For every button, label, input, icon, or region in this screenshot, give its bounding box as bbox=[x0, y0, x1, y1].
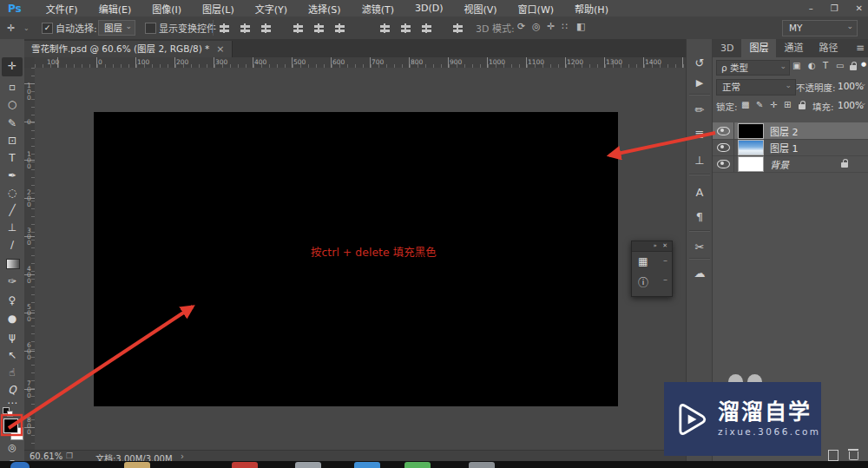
quick-mask-icon[interactable]: ◎ bbox=[0, 442, 24, 454]
layer-name[interactable]: 图层 1 bbox=[770, 141, 799, 155]
taskbar-start-icon[interactable] bbox=[10, 462, 30, 468]
restore-button[interactable]: ❐ bbox=[831, 3, 838, 13]
show-transform-checkbox[interactable] bbox=[145, 23, 156, 34]
menu-file[interactable]: 文件(F) bbox=[36, 2, 89, 16]
taskbar-app-icon[interactable] bbox=[469, 462, 495, 468]
workspace-switcher[interactable]: MY bbox=[782, 20, 858, 36]
filter-toggle-icon[interactable]: ● bbox=[861, 61, 866, 68]
tab-layers[interactable]: 图层 bbox=[741, 39, 776, 57]
layer-name[interactable]: 背景 bbox=[770, 157, 789, 171]
layer-thumbnail[interactable] bbox=[738, 140, 764, 155]
close-icon[interactable]: ✕ bbox=[662, 242, 669, 249]
brush-presets-panel-icon[interactable]: ✏ bbox=[687, 103, 713, 116]
menu-type[interactable]: 文字(Y) bbox=[245, 2, 298, 16]
lock-artboard-icon[interactable]: ⊞ bbox=[784, 100, 791, 109]
lasso-tool-icon[interactable]: ○ bbox=[0, 98, 24, 110]
filter-pixel-layers-icon[interactable]: ▣ bbox=[792, 61, 800, 70]
dodge-tool-icon[interactable]: ♀ bbox=[0, 294, 24, 307]
tab-channels[interactable]: 通道 bbox=[776, 39, 811, 57]
3d-pan-icon[interactable]: ✛ bbox=[547, 21, 555, 32]
3d-slide-icon[interactable]: ∷ bbox=[562, 21, 568, 32]
taskbar-app-icon[interactable] bbox=[124, 462, 150, 468]
blend-mode-dropdown[interactable]: 正常 bbox=[716, 79, 796, 96]
menu-3d[interactable]: 3D(D) bbox=[404, 3, 454, 14]
menu-window[interactable]: 窗口(W) bbox=[508, 2, 564, 16]
filter-type-dropdown[interactable]: ρ 类型 bbox=[716, 60, 790, 76]
filter-type-layers-icon[interactable]: T bbox=[823, 61, 828, 70]
character-panel-icon[interactable]: A bbox=[687, 186, 713, 199]
tab-3d[interactable]: 3D bbox=[713, 39, 741, 57]
tab-paths[interactable]: 路径 bbox=[811, 39, 845, 57]
close-button[interactable]: ✕ bbox=[856, 3, 863, 13]
auto-select-dropdown[interactable]: 图层 bbox=[98, 20, 135, 36]
lock-pixels-icon[interactable]: ✎ bbox=[756, 100, 763, 109]
visibility-toggle[interactable] bbox=[713, 122, 734, 139]
document-tab[interactable]: 雪花制作.psd @ 60.6% (图层 2, RGB/8) *× bbox=[24, 41, 233, 57]
align-right-edges-icon[interactable] bbox=[334, 23, 345, 33]
status-expand-icon[interactable]: › bbox=[181, 452, 184, 461]
menu-image[interactable]: 图像(I) bbox=[141, 2, 192, 16]
brush-settings-panel-icon[interactable]: ≣ bbox=[687, 128, 713, 141]
align-left-edges-icon[interactable] bbox=[293, 23, 304, 33]
clone-stamp-tool-icon[interactable]: ⊥ bbox=[0, 221, 24, 234]
menu-layer[interactable]: 图层(L) bbox=[192, 2, 245, 16]
layer-thumbnail[interactable] bbox=[738, 156, 764, 172]
menu-edit[interactable]: 编辑(E) bbox=[89, 2, 142, 16]
visibility-toggle[interactable] bbox=[713, 139, 734, 155]
auto-select-checkbox[interactable]: ✓ bbox=[42, 23, 53, 34]
3d-roll-icon[interactable]: ◎ bbox=[532, 21, 541, 32]
panel-menu-icon[interactable]: ≡ bbox=[856, 42, 865, 54]
filter-adjustment-layers-icon[interactable]: ◐ bbox=[808, 61, 816, 70]
actions-panel-icon[interactable]: ▶ bbox=[687, 77, 713, 89]
tab-close-icon[interactable]: × bbox=[216, 43, 224, 55]
tool-presets-panel-icon[interactable]: ✂ bbox=[687, 241, 713, 254]
history-panel-icon[interactable]: ↺ bbox=[687, 56, 713, 69]
pen-tool-icon[interactable]: ✑ bbox=[0, 275, 24, 287]
move-tool-icon[interactable]: ✛ bbox=[0, 60, 24, 72]
taskbar-app-icon[interactable] bbox=[295, 462, 321, 468]
align-horizontal-centers-icon[interactable] bbox=[313, 23, 325, 33]
distribute-right-edges-icon[interactable] bbox=[421, 23, 432, 33]
eyedropper-tool-icon[interactable]: ✒ bbox=[0, 169, 24, 181]
foreground-color-swatch[interactable] bbox=[3, 419, 18, 433]
layer-thumbnail[interactable] bbox=[738, 123, 764, 139]
lock-transparency-icon[interactable]: ▩ bbox=[741, 100, 749, 109]
visibility-toggle[interactable] bbox=[713, 155, 734, 172]
minimize-button[interactable]: – bbox=[809, 3, 813, 13]
quick-selection-tool-icon[interactable]: ✎ bbox=[0, 117, 24, 129]
canvas-viewport[interactable]: 按ctrl + delete 填充黑色 bbox=[35, 68, 686, 450]
blur-tool-icon[interactable]: ● bbox=[0, 313, 24, 325]
lock-position-icon[interactable]: ✛ bbox=[770, 100, 777, 109]
creative-cloud-icon[interactable]: ☁ bbox=[687, 267, 713, 280]
auto-align-layers-icon[interactable] bbox=[452, 23, 464, 33]
align-top-edges-icon[interactable] bbox=[219, 23, 230, 33]
zoom-level-field[interactable]: 60.61% bbox=[30, 452, 62, 461]
zoom-tool-icon[interactable]: Q bbox=[0, 384, 24, 396]
info-panel-icon[interactable]: ⓘ bbox=[638, 274, 648, 289]
menu-view[interactable]: 视图(V) bbox=[453, 2, 507, 16]
distribute-left-edges-icon[interactable] bbox=[379, 23, 391, 33]
gradient-tool-icon[interactable] bbox=[6, 259, 20, 269]
taskbar-app-icon[interactable] bbox=[354, 462, 380, 468]
filter-shape-layers-icon[interactable]: ▭ bbox=[836, 61, 844, 70]
layer-row-1[interactable]: 图层 1 bbox=[713, 139, 868, 156]
hand-tool-icon[interactable]: ☝ bbox=[0, 366, 24, 379]
lock-all-icon[interactable] bbox=[799, 104, 806, 109]
tool-preset-chevron-icon[interactable]: ⌄ bbox=[23, 16, 30, 39]
3d-scale-icon[interactable]: ◧ bbox=[576, 21, 585, 32]
layer-name[interactable]: 图层 2 bbox=[770, 124, 799, 138]
brush-tool-icon[interactable]: ╱ bbox=[0, 204, 24, 216]
smudge-tool-icon[interactable]: ψ bbox=[0, 331, 24, 343]
menu-help[interactable]: 帮助(H) bbox=[564, 2, 619, 16]
type-tool-icon[interactable]: T bbox=[0, 152, 24, 164]
filter-smart-objects-icon[interactable] bbox=[850, 65, 857, 70]
layer-row-background[interactable]: 背景 bbox=[713, 155, 868, 173]
new-layer-icon[interactable] bbox=[828, 450, 838, 461]
delete-layer-icon[interactable] bbox=[849, 452, 858, 460]
taskbar-app-icon[interactable] bbox=[232, 462, 258, 468]
fill-chevron-icon[interactable]: ⌄ bbox=[860, 98, 867, 107]
3d-orbit-icon[interactable]: ⟳ bbox=[517, 21, 525, 32]
floating-panel-titlebar[interactable]: » ✕ bbox=[632, 241, 672, 252]
align-vertical-centers-icon[interactable] bbox=[240, 23, 251, 33]
crop-tool-icon[interactable]: ⊡ bbox=[0, 135, 24, 147]
